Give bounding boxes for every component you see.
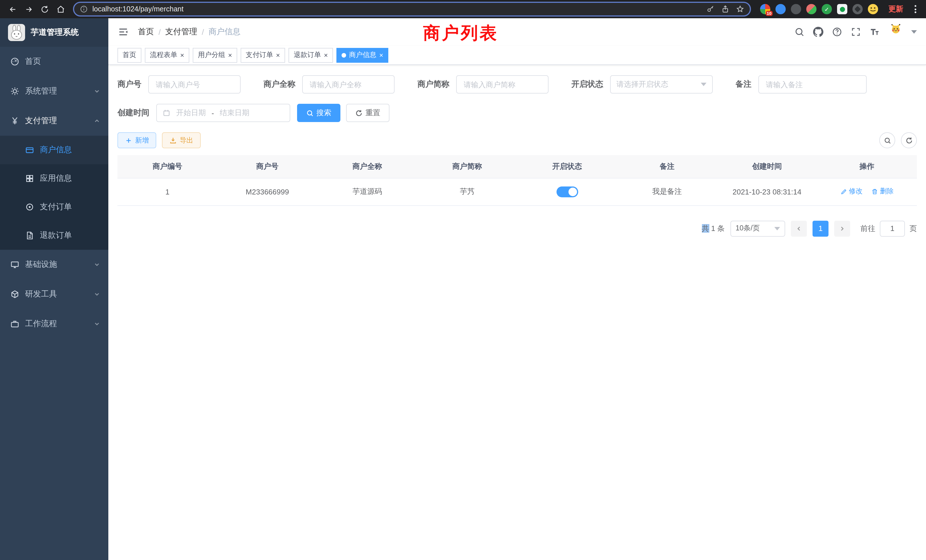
close-icon[interactable] <box>228 51 232 59</box>
chevron-down-icon <box>701 83 707 86</box>
fullscreen-icon[interactable] <box>851 27 861 37</box>
main-content: 首页 / 支付管理 / 商户信息 商户列表 <box>108 18 926 560</box>
col-actions: 操作 <box>817 155 917 178</box>
refresh-table-button[interactable] <box>901 132 917 148</box>
sidebar-item-dev-tools[interactable]: 研发工具 <box>0 279 108 309</box>
col-short-name: 商户简称 <box>418 155 517 178</box>
sidebar-item-workflow[interactable]: 工作流程 <box>0 309 108 339</box>
tab-refund-order[interactable]: 退款订单 <box>289 48 333 62</box>
edit-link[interactable]: 修改 <box>840 187 862 197</box>
extension-icon-pie[interactable]: 10 <box>760 4 770 14</box>
page-size-value: 10条/页 <box>735 224 760 233</box>
breadcrumb-home[interactable]: 首页 <box>138 27 154 37</box>
full-name-input[interactable] <box>302 75 395 94</box>
short-name-input[interactable] <box>456 75 549 94</box>
prev-page-button[interactable] <box>791 220 807 236</box>
tab-home[interactable]: 首页 <box>118 48 141 62</box>
breadcrumb-pay[interactable]: 支付管理 <box>165 27 197 37</box>
browser-back-button[interactable] <box>6 2 20 16</box>
sidebar-item-home[interactable]: 首页 <box>0 47 108 76</box>
add-button[interactable]: 新增 <box>118 132 156 148</box>
page-size-select[interactable]: 10条/页 <box>731 220 785 236</box>
col-create-time: 创建时间 <box>717 155 817 178</box>
header-search-icon[interactable] <box>794 27 805 37</box>
status-toggle[interactable] <box>556 186 578 197</box>
sidebar-item-pay[interactable]: 支付管理 <box>0 106 108 136</box>
tab-process-form[interactable]: 流程表单 <box>145 48 189 62</box>
extension-icon-smiley[interactable] <box>868 4 878 14</box>
font-size-icon[interactable] <box>870 27 880 37</box>
sidebar-toggle-icon[interactable] <box>118 26 129 38</box>
share-icon[interactable] <box>721 5 729 13</box>
browser-home-button[interactable] <box>54 2 67 16</box>
goto-page-input[interactable] <box>880 220 905 236</box>
sidebar-item-label: 研发工具 <box>25 289 57 300</box>
github-icon[interactable] <box>813 27 823 37</box>
user-avatar[interactable] <box>891 23 917 41</box>
tab-user-group[interactable]: 用户分组 <box>193 48 237 62</box>
status-select[interactable]: 请选择开启状态 <box>610 75 713 94</box>
sidebar-item-system[interactable]: 系统管理 <box>0 76 108 106</box>
extension-icon-square[interactable] <box>837 4 847 14</box>
yen-icon <box>10 117 20 126</box>
sidebar-item-refund-order[interactable]: 退款订单 <box>0 221 108 250</box>
sidebar-item-label: 应用信息 <box>40 173 72 184</box>
extension-icon-check[interactable] <box>822 4 832 14</box>
app-title: 芋道管理系统 <box>31 27 79 38</box>
extension-icon-leaf[interactable] <box>806 4 817 14</box>
sidebar-item-infra[interactable]: 基础设施 <box>0 250 108 279</box>
browser-update-button[interactable]: 更新 <box>884 4 908 14</box>
reset-button[interactable]: 重置 <box>346 104 389 122</box>
bookmark-star-icon[interactable] <box>736 5 744 13</box>
site-info-icon[interactable] <box>80 5 88 13</box>
dashboard-icon <box>10 57 20 66</box>
next-page-button[interactable] <box>834 220 850 236</box>
tag-tabs-bar: 首页 流程表单 用户分组 支付订单 退款订单 <box>108 45 926 65</box>
sidebar-item-merchant-info[interactable]: 商户信息 <box>0 136 108 164</box>
create-time-range-picker[interactable]: 开始日期 - 结束日期 <box>156 104 290 122</box>
breadcrumb-separator: / <box>202 27 204 36</box>
sidebar-item-pay-order[interactable]: 支付订单 <box>0 193 108 221</box>
chevron-left-icon <box>796 225 802 232</box>
page-number-button[interactable]: 1 <box>813 220 829 236</box>
back-arrow-icon <box>8 5 17 14</box>
toggle-search-button[interactable] <box>879 132 895 148</box>
goto-page-group: 前往 页 <box>861 220 917 236</box>
browser-forward-button[interactable] <box>22 2 35 16</box>
close-icon[interactable] <box>180 51 184 59</box>
home-icon <box>56 5 65 14</box>
plus-icon <box>125 136 132 144</box>
search-button[interactable]: 搜索 <box>297 104 340 122</box>
grid-icon <box>25 174 34 183</box>
browser-reload-button[interactable] <box>38 2 51 16</box>
browser-menu-icon[interactable] <box>910 3 920 15</box>
delete-link-label: 删除 <box>880 187 894 197</box>
close-icon[interactable] <box>324 51 328 59</box>
help-icon[interactable] <box>832 27 842 37</box>
box-icon <box>10 290 20 299</box>
extension-icon-dark[interactable] <box>791 4 801 14</box>
rabbit-logo-icon <box>8 24 25 41</box>
forward-arrow-icon <box>24 5 33 14</box>
url-bar[interactable]: localhost:1024/pay/merchant <box>73 2 751 17</box>
delete-link[interactable]: 删除 <box>871 187 894 197</box>
pencil-icon <box>840 188 847 195</box>
sidebar-item-app-info[interactable]: 应用信息 <box>0 164 108 193</box>
chevron-down-icon <box>94 261 100 268</box>
remark-input[interactable] <box>758 75 867 94</box>
extension-icon-nut[interactable] <box>852 4 863 14</box>
merchant-no-input[interactable] <box>148 75 241 94</box>
extension-icon-drop[interactable] <box>775 4 786 14</box>
sidebar-item-label: 商户信息 <box>40 145 72 155</box>
credit-card-icon <box>25 145 34 154</box>
tab-pay-order[interactable]: 支付订单 <box>241 48 285 62</box>
sidebar-logo[interactable]: 芋道管理系统 <box>0 18 108 47</box>
sidebar-item-label: 基础设施 <box>25 259 57 270</box>
close-icon[interactable] <box>276 51 280 59</box>
password-key-icon[interactable] <box>707 5 714 13</box>
extension-badge: 10 <box>766 11 773 16</box>
export-button[interactable]: 导出 <box>162 132 201 148</box>
close-icon[interactable] <box>379 51 383 59</box>
circle-dot-icon <box>25 203 34 212</box>
tab-merchant-info[interactable]: 商户信息 <box>336 48 388 62</box>
